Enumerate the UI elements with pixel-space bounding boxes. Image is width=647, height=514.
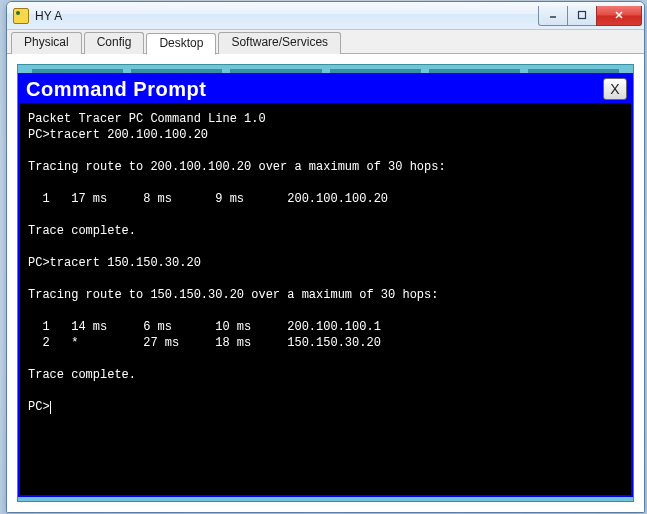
command-prompt-close-button[interactable]: X bbox=[603, 78, 627, 100]
window-title: HY A bbox=[35, 8, 539, 23]
tab-physical[interactable]: Physical bbox=[11, 32, 82, 54]
app-icon bbox=[13, 8, 29, 24]
window-controls bbox=[539, 6, 642, 26]
command-prompt-titlebar[interactable]: Command Prompt X bbox=[20, 75, 631, 103]
tabstrip: Physical Config Desktop Software/Service… bbox=[7, 30, 644, 54]
desktop-background: Command Prompt X Packet Tracer PC Comman… bbox=[17, 64, 634, 502]
terminal[interactable]: Packet Tracer PC Command Line 1.0 PC>tra… bbox=[24, 105, 627, 491]
maximize-icon bbox=[577, 10, 587, 20]
app-window: HY A Physical Config Desktop Software/Se… bbox=[6, 1, 645, 513]
tab-body: Command Prompt X Packet Tracer PC Comman… bbox=[7, 54, 644, 512]
cursor-icon bbox=[50, 401, 51, 414]
terminal-output: Packet Tracer PC Command Line 1.0 PC>tra… bbox=[28, 112, 453, 414]
command-prompt-window: Command Prompt X Packet Tracer PC Comman… bbox=[18, 73, 633, 497]
close-icon bbox=[614, 10, 624, 20]
command-prompt-title: Command Prompt bbox=[26, 78, 603, 101]
close-button[interactable] bbox=[596, 6, 642, 26]
tab-software-services[interactable]: Software/Services bbox=[218, 32, 341, 54]
minimize-button[interactable] bbox=[538, 6, 568, 26]
titlebar[interactable]: HY A bbox=[7, 2, 644, 30]
tab-config[interactable]: Config bbox=[84, 32, 145, 54]
maximize-button[interactable] bbox=[567, 6, 597, 26]
svg-rect-1 bbox=[579, 12, 586, 19]
tab-desktop[interactable]: Desktop bbox=[146, 33, 216, 55]
minimize-icon bbox=[548, 10, 558, 20]
